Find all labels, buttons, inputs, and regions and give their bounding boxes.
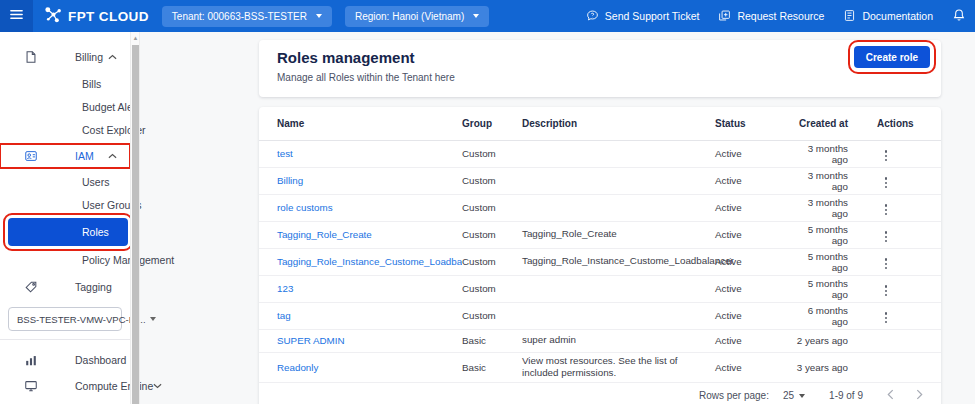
- sidebar-item-label: IAM: [75, 150, 94, 162]
- sidebar-item-bills[interactable]: Bills: [0, 72, 130, 95]
- rows-per-page-select[interactable]: 25: [783, 390, 805, 401]
- billing-icon: [24, 50, 38, 64]
- column-header-group: Group: [462, 107, 522, 140]
- sidebar-item-dashboard[interactable]: Dashboard: [0, 348, 130, 372]
- sidebar-item-budget-alert[interactable]: Budget Alert: [0, 95, 130, 118]
- role-name-link[interactable]: Billing: [277, 175, 303, 186]
- role-status-cell: Active: [715, 248, 795, 275]
- page-subtitle: Manage all Roles within the Tenant here: [277, 72, 925, 83]
- role-name-link[interactable]: test: [277, 148, 293, 159]
- role-created-cell: 5 months ago: [795, 275, 877, 302]
- sidebar-item-user-groups[interactable]: User Groups: [0, 193, 130, 216]
- sidebar-item-label: Dashboard: [75, 354, 126, 366]
- documentation-link[interactable]: Documentation: [843, 9, 933, 24]
- sidebar-item-label: Tagging: [75, 281, 112, 293]
- table-row: role customsCustomActive3 months ago: [259, 194, 941, 221]
- row-actions-kebab-icon[interactable]: [879, 283, 893, 298]
- sidebar-item-compute-engine[interactable]: Compute Engine: [0, 374, 130, 398]
- sidebar-item-iam[interactable]: IAM: [0, 144, 130, 168]
- support-ticket-icon: [586, 9, 599, 24]
- chevron-left-icon: [887, 389, 894, 402]
- table-row: Tagging_Role_CreateCustomTagging_Role_Cr…: [259, 221, 941, 248]
- next-page-button[interactable]: [916, 389, 923, 402]
- pagination-range: 1-9 of 9: [829, 390, 863, 401]
- role-name-link[interactable]: role customs: [277, 202, 333, 213]
- role-actions-cell: [877, 352, 941, 382]
- brand-text: FPT CLOUD: [68, 9, 149, 24]
- sidebar-item-cost-explorer[interactable]: Cost Explorer: [0, 118, 130, 141]
- role-created-cell: 3 months ago: [795, 140, 877, 167]
- sidebar-item-policy-management[interactable]: Policy Management: [0, 248, 130, 271]
- role-created-cell: 3 months ago: [795, 194, 877, 221]
- role-actions-cell: [877, 275, 941, 302]
- send-support-ticket-link[interactable]: Send Support Ticket: [586, 9, 700, 24]
- row-actions-kebab-icon[interactable]: [879, 229, 893, 244]
- caret-down-icon: [799, 394, 805, 398]
- sidebar-item-label: Compute Engine: [75, 380, 153, 392]
- column-header-created-at: Created at: [795, 107, 877, 140]
- role-status-cell: Active: [715, 194, 795, 221]
- sidebar-item-tagging[interactable]: Tagging: [0, 275, 130, 299]
- documentation-icon: [843, 9, 856, 24]
- role-name-link[interactable]: Readonly: [277, 362, 318, 373]
- role-name-link[interactable]: tag: [277, 310, 291, 321]
- role-name-link[interactable]: 123: [277, 283, 293, 294]
- sidebar-item-roles[interactable]: Roles: [8, 218, 128, 246]
- role-group-cell: Custom: [462, 140, 522, 167]
- caret-down-icon: [473, 14, 479, 18]
- notifications-bell-button[interactable]: [952, 8, 966, 24]
- role-actions-cell: [877, 248, 941, 275]
- row-actions-kebab-icon[interactable]: [879, 148, 893, 163]
- content-area: Roles management Manage all Roles within…: [140, 32, 975, 404]
- role-created-cell: 3 months ago: [795, 167, 877, 194]
- role-created-cell: 5 months ago: [795, 248, 877, 275]
- sidebar-item-billing[interactable]: Billing: [0, 45, 130, 69]
- vpc-select-value: BSS-TESTER-VMW-VPC-BI...: [17, 314, 146, 325]
- tenant-selector[interactable]: Tenant: 000663-BSS-TESTER: [162, 6, 332, 27]
- role-actions-cell: [877, 167, 941, 194]
- column-header-actions: Actions: [877, 107, 941, 140]
- request-resource-label: Request Resource: [737, 10, 824, 22]
- role-created-cell: 2 years ago: [795, 329, 877, 352]
- row-actions-kebab-icon[interactable]: [879, 310, 893, 325]
- tenant-label: Tenant: 000663-BSS-TESTER: [172, 11, 307, 22]
- row-actions-kebab-icon[interactable]: [879, 202, 893, 217]
- role-group-cell: Custom: [462, 302, 522, 329]
- role-group-cell: Custom: [462, 194, 522, 221]
- chevron-right-icon: [916, 389, 923, 402]
- role-status-cell: Active: [715, 275, 795, 302]
- role-status-cell: Active: [715, 167, 795, 194]
- create-role-button[interactable]: Create role: [854, 46, 930, 68]
- table-row: ReadonlyBasicView most resources. See th…: [259, 352, 941, 382]
- row-actions-kebab-icon[interactable]: [879, 256, 893, 271]
- table-pagination: Rows per page: 25 1-9 of 9: [259, 383, 941, 404]
- role-actions-cell: [877, 329, 941, 352]
- role-name-link[interactable]: Tagging_Role_Instance_Custome_Loadbalanc…: [277, 256, 462, 267]
- sidebar-item-users[interactable]: Users: [0, 170, 130, 193]
- topbar: FPT CLOUD Tenant: 000663-BSS-TESTER Regi…: [0, 0, 975, 32]
- role-name-link[interactable]: Tagging_Role_Create: [277, 229, 372, 240]
- role-status-cell: Active: [715, 302, 795, 329]
- sidebar-scrollbar-thumb[interactable]: [132, 45, 139, 404]
- region-selector[interactable]: Region: Hanoi (Vietnam): [345, 6, 489, 27]
- role-actions-cell: [877, 221, 941, 248]
- sidebar-divider: [0, 339, 130, 340]
- page-header-card: Roles management Manage all Roles within…: [259, 40, 941, 97]
- scrollbar-up-arrow-icon[interactable]: ▲: [132, 35, 139, 42]
- chevron-up-icon: [108, 54, 117, 60]
- request-resource-link[interactable]: Request Resource: [718, 9, 824, 24]
- row-actions-kebab-icon[interactable]: [879, 175, 893, 190]
- request-resource-icon: [718, 9, 731, 24]
- hamburger-menu-button[interactable]: [0, 0, 33, 32]
- previous-page-button[interactable]: [887, 389, 894, 402]
- tagging-icon: [24, 280, 38, 294]
- column-header-status: Status: [715, 107, 795, 140]
- dashboard-icon: [24, 353, 38, 367]
- sidebar-vpc-select[interactable]: BSS-TESTER-VMW-VPC-BI...: [8, 307, 122, 331]
- role-name-link[interactable]: SUPER ADMIN: [277, 335, 345, 346]
- sidebar: BillingBillsBudget AlertCost ExplorerIAM…: [0, 32, 130, 404]
- sidebar-scrollbar[interactable]: ▲: [130, 32, 140, 404]
- role-status-cell: Active: [715, 329, 795, 352]
- rows-per-page-value: 25: [783, 390, 794, 401]
- chevron-down-icon: [153, 383, 162, 389]
